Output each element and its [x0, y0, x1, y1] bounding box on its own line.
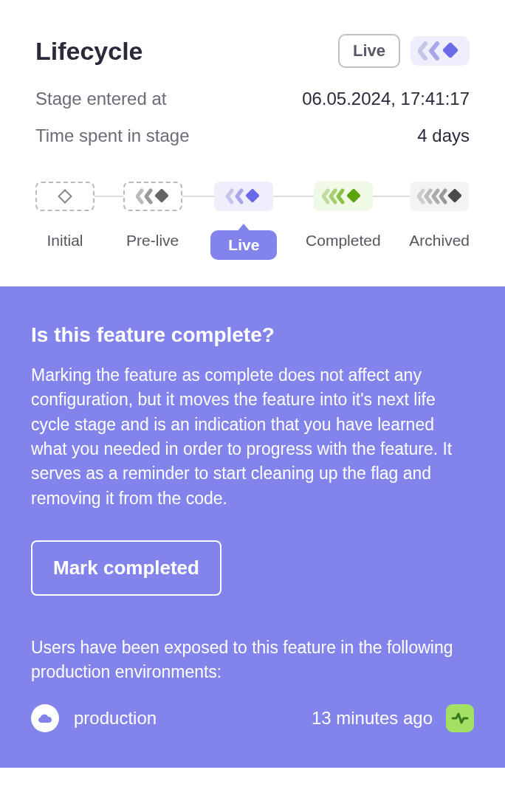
- stage-archived-label: Archived: [409, 232, 470, 250]
- live-status-icon: [410, 36, 470, 66]
- environment-name: production: [74, 708, 157, 729]
- environment-time: 13 minutes ago: [312, 708, 433, 729]
- svg-rect-4: [346, 188, 361, 203]
- svg-rect-3: [245, 188, 260, 203]
- live-icon: [225, 187, 262, 205]
- stage-live-label: Live: [210, 230, 277, 260]
- svg-rect-5: [447, 188, 461, 203]
- lifecycle-title: Lifecycle: [35, 37, 143, 66]
- stage-completed[interactable]: Completed: [306, 182, 381, 250]
- lifecycle-timeline: Initial Pre-live: [35, 182, 470, 260]
- diamond-icon: [56, 187, 74, 205]
- stage-initial-label: Initial: [47, 232, 83, 250]
- stage-entered-value: 06.05.2024, 17:41:17: [302, 89, 470, 109]
- svg-rect-2: [154, 188, 169, 203]
- current-indicator-arrow: [236, 224, 251, 233]
- stage-prelive-label: Pre-live: [126, 232, 179, 250]
- live-status-badge: Live: [338, 34, 400, 68]
- environment-row: production 13 minutes ago: [31, 704, 474, 732]
- stage-entered-label: Stage entered at: [35, 89, 166, 109]
- cloud-icon: [31, 704, 59, 732]
- archived-icon: [417, 187, 461, 205]
- svg-rect-0: [442, 42, 459, 59]
- stage-completed-label: Completed: [306, 232, 381, 250]
- lifecycle-header: Lifecycle Live: [35, 34, 470, 68]
- stage-prelive[interactable]: Pre-live: [123, 182, 182, 250]
- svg-rect-1: [59, 190, 72, 203]
- time-spent-label: Time spent in stage: [35, 125, 190, 146]
- prelive-icon: [136, 187, 170, 205]
- completed-icon: [322, 187, 365, 205]
- time-spent-value: 4 days: [417, 125, 470, 146]
- feature-complete-body: Marking the feature as complete does not…: [31, 363, 474, 511]
- feature-complete-heading: Is this feature complete?: [31, 323, 474, 347]
- stage-initial[interactable]: Initial: [35, 182, 95, 250]
- pulse-icon: [446, 704, 474, 732]
- time-spent-row: Time spent in stage 4 days: [35, 125, 470, 146]
- stage-archived[interactable]: Archived: [409, 182, 470, 250]
- stage-live[interactable]: Live: [210, 182, 277, 260]
- exposed-environments-text: Users have been exposed to this feature …: [31, 636, 474, 685]
- mark-completed-button[interactable]: Mark completed: [31, 540, 221, 596]
- stage-entered-row: Stage entered at 06.05.2024, 17:41:17: [35, 89, 470, 109]
